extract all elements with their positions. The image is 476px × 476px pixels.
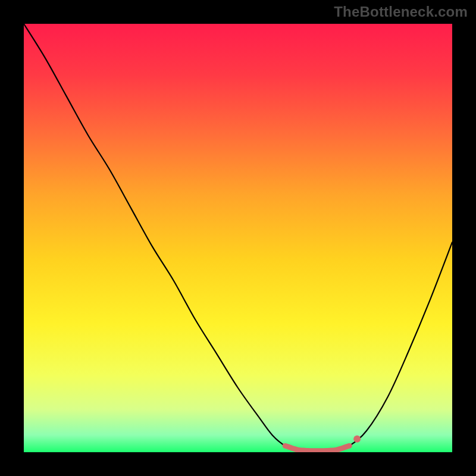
optimal-range-end-dot [353,436,361,443]
watermark-text: TheBottleneck.com [334,4,468,20]
plot-area [24,24,452,452]
chart-frame: TheBottleneck.com [0,0,476,476]
plot-svg [24,24,452,452]
